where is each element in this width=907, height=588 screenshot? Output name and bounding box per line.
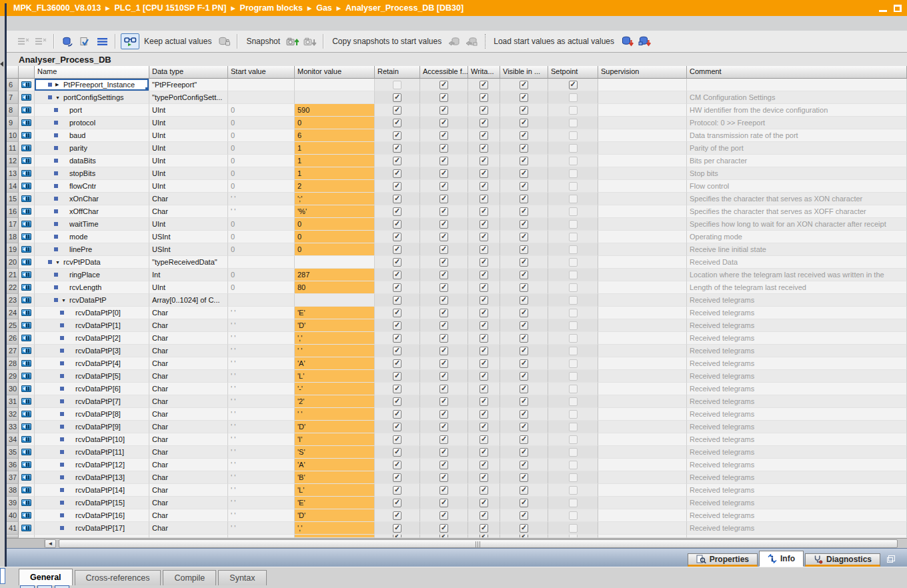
writable-checkbox[interactable] bbox=[480, 448, 488, 457]
inspector-tab-info[interactable]: Info bbox=[759, 551, 804, 567]
monitor-value-cell[interactable]: 'E' bbox=[295, 497, 375, 509]
accessible-checkbox[interactable] bbox=[439, 283, 448, 292]
writable-checkbox[interactable] bbox=[480, 423, 488, 431]
retain-cell[interactable] bbox=[375, 243, 420, 256]
supervision-cell[interactable] bbox=[598, 205, 687, 218]
setpoint-checkbox[interactable] bbox=[569, 511, 578, 520]
accessible-checkbox[interactable] bbox=[439, 347, 448, 355]
retain-cell[interactable] bbox=[375, 281, 420, 294]
writable-cell[interactable] bbox=[468, 281, 500, 294]
accessible-checkbox[interactable] bbox=[439, 271, 448, 279]
setpoint-checkbox[interactable] bbox=[569, 486, 578, 495]
retain-checkbox[interactable] bbox=[393, 271, 401, 279]
visible-checkbox[interactable] bbox=[520, 448, 528, 457]
accessible-checkbox[interactable] bbox=[439, 106, 448, 115]
name-cell[interactable]: xOnChar bbox=[35, 193, 149, 205]
name-cell[interactable]: waitTime bbox=[35, 218, 149, 231]
setpoint-checkbox[interactable] bbox=[569, 397, 578, 406]
monitor-value-cell[interactable]: 0 bbox=[295, 243, 375, 256]
supervision-cell[interactable] bbox=[598, 332, 687, 345]
setpoint-checkbox[interactable] bbox=[569, 233, 578, 241]
setpoint-checkbox[interactable] bbox=[569, 334, 578, 343]
data-type-cell[interactable]: UInt bbox=[149, 142, 228, 155]
start-value-cell[interactable]: ' ' bbox=[228, 408, 295, 421]
visible-cell[interactable] bbox=[500, 193, 548, 205]
row-number[interactable]: 25 bbox=[7, 319, 19, 332]
setpoint-checkbox[interactable] bbox=[569, 423, 578, 431]
row-number[interactable]: 28 bbox=[7, 357, 19, 370]
start-value-cell[interactable] bbox=[228, 91, 295, 104]
supervision-cell[interactable] bbox=[598, 231, 687, 243]
column-header-name[interactable]: Name bbox=[35, 66, 149, 79]
accessible-cell[interactable] bbox=[420, 117, 468, 129]
supervision-cell[interactable] bbox=[598, 256, 687, 269]
writable-checkbox[interactable] bbox=[480, 119, 488, 127]
visible-checkbox[interactable] bbox=[520, 309, 528, 317]
setpoint-checkbox[interactable] bbox=[569, 283, 578, 292]
setpoint-cell[interactable] bbox=[548, 231, 598, 243]
supervision-cell[interactable] bbox=[598, 459, 687, 471]
accessible-checkbox[interactable] bbox=[439, 435, 448, 444]
row-number[interactable]: 29 bbox=[7, 370, 19, 383]
retain-checkbox[interactable] bbox=[393, 106, 401, 115]
writable-cell[interactable] bbox=[468, 446, 500, 459]
visible-checkbox[interactable] bbox=[520, 144, 528, 153]
accessible-checkbox[interactable] bbox=[439, 499, 448, 507]
supervision-cell[interactable] bbox=[598, 269, 687, 281]
data-type-cell[interactable]: Char bbox=[149, 484, 228, 497]
name-cell[interactable]: rcvDataPtP[5] bbox=[35, 370, 149, 383]
monitor-value-cell[interactable]: 1 bbox=[295, 167, 375, 180]
comment-cell[interactable]: HW identifier from the device configurat… bbox=[687, 104, 907, 117]
collapse-arrow-icon[interactable]: ▼ bbox=[55, 95, 63, 100]
setpoint-cell[interactable] bbox=[548, 522, 598, 535]
comment-cell[interactable]: Received telegrams bbox=[687, 408, 907, 421]
comment-cell[interactable]: Received telegrams bbox=[687, 471, 907, 484]
retain-cell[interactable] bbox=[375, 218, 420, 231]
visible-checkbox[interactable] bbox=[520, 220, 528, 229]
start-value-cell[interactable]: 0 bbox=[228, 180, 295, 193]
accessible-cell[interactable] bbox=[420, 142, 468, 155]
name-cell[interactable]: rcvDataPtP[9] bbox=[35, 421, 149, 433]
retain-checkbox[interactable] bbox=[393, 435, 401, 444]
start-value-cell[interactable]: ' ' bbox=[228, 459, 295, 471]
retain-cell[interactable] bbox=[375, 332, 420, 345]
comment-cell[interactable]: Bits per character bbox=[687, 155, 907, 167]
data-type-cell[interactable]: Char bbox=[149, 345, 228, 357]
retain-checkbox[interactable] bbox=[393, 169, 401, 178]
retain-checkbox[interactable] bbox=[393, 372, 401, 381]
visible-checkbox[interactable] bbox=[520, 245, 528, 254]
comment-cell[interactable]: Operating mode bbox=[687, 231, 907, 243]
row-number[interactable]: 18 bbox=[7, 231, 19, 243]
visible-checkbox[interactable] bbox=[520, 81, 528, 89]
insert-row-icon[interactable] bbox=[15, 33, 31, 49]
writable-cell[interactable] bbox=[468, 155, 500, 167]
setpoint-cell[interactable] bbox=[548, 357, 598, 370]
retain-cell[interactable] bbox=[375, 357, 420, 370]
writable-cell[interactable] bbox=[468, 370, 500, 383]
visible-cell[interactable] bbox=[500, 370, 548, 383]
monitor-value-cell[interactable]: 287 bbox=[295, 269, 375, 281]
comment-cell[interactable]: Data transmission rate of the port bbox=[687, 129, 907, 142]
writable-checkbox[interactable] bbox=[480, 81, 488, 89]
column-header-start[interactable]: Start value bbox=[228, 66, 295, 79]
writable-checkbox[interactable] bbox=[480, 461, 488, 469]
retain-checkbox[interactable] bbox=[393, 245, 401, 254]
writable-checkbox[interactable] bbox=[480, 144, 488, 153]
column-header-setpoint[interactable]: Setpoint bbox=[548, 66, 598, 79]
row-number[interactable]: 22 bbox=[7, 281, 19, 294]
supervision-cell[interactable] bbox=[598, 180, 687, 193]
name-cell[interactable]: rcvDataPtP[6] bbox=[35, 383, 149, 395]
comment-cell[interactable]: Received telegrams bbox=[687, 345, 907, 357]
visible-cell[interactable] bbox=[500, 142, 548, 155]
name-cell[interactable]: rcvDataPtP[8] bbox=[35, 408, 149, 421]
data-type-cell[interactable]: UInt bbox=[149, 218, 228, 231]
visible-cell[interactable] bbox=[500, 522, 548, 535]
row-number[interactable]: 35 bbox=[7, 446, 19, 459]
monitor-value-cell[interactable]: ',' bbox=[295, 522, 375, 535]
writable-checkbox[interactable] bbox=[480, 511, 488, 520]
row-number[interactable]: 38 bbox=[7, 484, 19, 497]
writable-checkbox[interactable] bbox=[480, 499, 488, 507]
accessible-checkbox[interactable] bbox=[439, 157, 448, 165]
accessible-checkbox[interactable] bbox=[439, 207, 448, 216]
writable-cell[interactable] bbox=[468, 231, 500, 243]
